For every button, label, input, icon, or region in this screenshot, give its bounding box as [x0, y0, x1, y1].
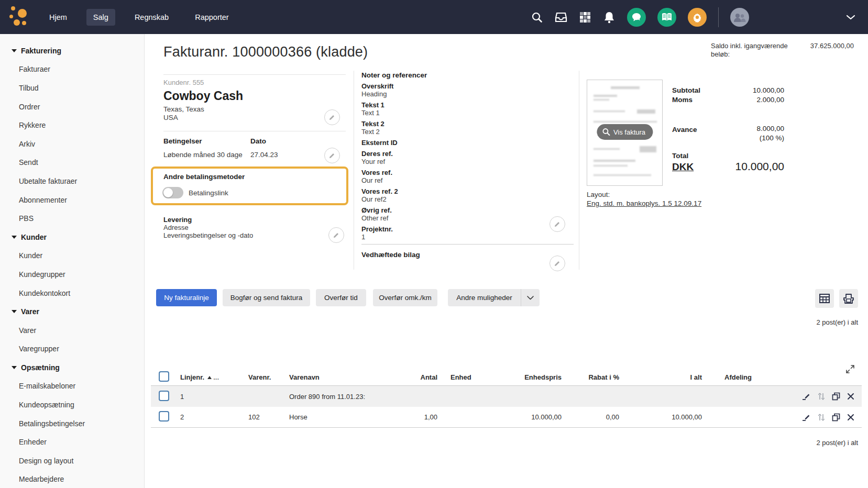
transfer-time-button[interactable]: Overfør tid	[316, 289, 366, 306]
note-field-deres-ref: Deres ref. Your ref	[361, 150, 581, 165]
nav-item-rapporter[interactable]: Rapporter	[188, 9, 235, 26]
note-field-ovrig-ref: Øvrig ref. Other ref	[361, 207, 581, 222]
user-avatar[interactable]	[730, 8, 749, 27]
sidebar-item-ubetalte-fakturaer[interactable]: Ubetalte fakturaer	[0, 172, 144, 191]
moms-value: 2.000,00	[756, 96, 784, 104]
edit-terms-button[interactable]	[324, 148, 340, 163]
sidebar-item-design-og-layout[interactable]: Design og layout	[0, 451, 144, 470]
delete-row-button[interactable]	[847, 393, 854, 400]
edit-row-button[interactable]	[802, 413, 811, 422]
sidebar-item-enheder[interactable]: Enheder	[0, 432, 144, 451]
sidebar-section-kunder[interactable]: Kunder	[0, 228, 144, 247]
column-header-rabat[interactable]: Rabat i %	[562, 373, 619, 381]
column-header-ialt[interactable]: I alt	[619, 373, 702, 381]
cell-linjenr: 1	[180, 393, 248, 401]
betalingslink-toggle[interactable]	[162, 187, 183, 198]
caret-down-icon	[12, 236, 17, 239]
sidebar-item-rykkere[interactable]: Rykkere	[0, 116, 144, 135]
sidebar-item-abonnementer[interactable]: Abonnementer	[0, 191, 144, 209]
sidebar-item-varegrupper[interactable]: Varegrupper	[0, 340, 144, 359]
help-book-icon[interactable]	[657, 8, 676, 27]
sidebar-item-kundeopsaetning[interactable]: Kundeopsætning	[0, 395, 144, 414]
sidebar-item-kunder[interactable]: Kunder	[0, 247, 144, 265]
sidebar-item-emailskabeloner[interactable]: E-mailskabeloner	[0, 377, 144, 396]
sidebar-item-medarbejdere[interactable]: Medarbejdere	[0, 470, 144, 488]
edit-attachments-button[interactable]	[550, 256, 565, 271]
note-field-eksternt-id: Eksternt ID	[361, 139, 581, 147]
print-button[interactable]	[839, 289, 858, 308]
new-invoice-line-button[interactable]: Ny fakturalinje	[156, 289, 217, 306]
sidebar-section-opsaetning[interactable]: Opsætning	[0, 358, 144, 377]
column-header-varenavn[interactable]: Varenavn	[289, 373, 367, 381]
record-count-bottom: 2 post(er) i alt	[817, 439, 858, 447]
column-menu-dots[interactable]: ...	[213, 373, 219, 381]
app-logo-icon[interactable]	[9, 4, 32, 29]
move-row-button[interactable]	[818, 392, 825, 401]
inbox-icon[interactable]	[555, 11, 567, 24]
more-options-button[interactable]: Andre muligheder	[448, 289, 521, 306]
field-label: Deres ref.	[361, 150, 581, 158]
notifications-bell-icon[interactable]	[603, 11, 616, 24]
nav-item-salg[interactable]: Salg	[86, 9, 115, 26]
select-all-checkbox[interactable]	[159, 371, 169, 382]
column-header-linjenr[interactable]: Linjenr....	[180, 373, 248, 381]
sidebar-section-varer[interactable]: Varer	[0, 302, 144, 321]
levering-title: Levering	[163, 216, 192, 224]
table-columns-button[interactable]	[815, 289, 834, 308]
vis-faktura-button[interactable]: Vis faktura	[597, 124, 653, 140]
row-checkbox[interactable]	[159, 391, 169, 401]
column-header-afdeling[interactable]: Afdeling	[702, 373, 770, 381]
column-header-enhed[interactable]: Enhed	[437, 373, 503, 381]
note-field-overskrift: Overskrift Heading	[361, 83, 581, 98]
sidebar-item-pbs[interactable]: PBS	[0, 209, 144, 228]
edit-customer-button[interactable]	[324, 109, 340, 125]
nav-item-hjem[interactable]: Hjem	[42, 9, 74, 26]
sidebar-section-fakturering[interactable]: Fakturering	[0, 41, 144, 60]
sidebar-item-kundekontokort[interactable]: Kundekontokort	[0, 284, 144, 303]
post-and-send-button[interactable]: Bogfør og send faktura	[223, 289, 310, 306]
table-grid-icon	[819, 294, 830, 303]
sidebar-item-tilbud[interactable]: Tilbud	[0, 79, 144, 97]
transfer-cost-button[interactable]: Overfør omk./km	[373, 289, 437, 306]
sidebar-item-arkiv[interactable]: Arkiv	[0, 135, 144, 153]
more-options-dropdown-button[interactable]	[521, 289, 540, 306]
column-label: Linjenr.	[180, 373, 204, 381]
pencil-icon	[328, 114, 336, 121]
sidebar-item-sendt[interactable]: Sendt	[0, 153, 144, 172]
delete-row-button[interactable]	[847, 414, 854, 421]
sidebar-item-ordrer[interactable]: Ordrer	[0, 97, 144, 116]
pencil-icon	[328, 152, 336, 159]
row-checkbox[interactable]	[159, 411, 169, 422]
currency-link[interactable]: DKK	[672, 161, 694, 173]
edit-delivery-button[interactable]	[328, 227, 344, 243]
cell-rabat: 0,00	[562, 413, 619, 421]
edit-notes-button[interactable]	[550, 216, 565, 232]
apps-grid-icon[interactable]	[579, 11, 591, 24]
field-label: Tekst 1	[361, 102, 581, 109]
column-header-antal[interactable]: Antal	[367, 373, 437, 381]
line-items-header-row: Linjenr.... Varenr. Varenavn Antal Enhed…	[151, 369, 862, 386]
column-header-varenr[interactable]: Varenr.	[248, 373, 289, 381]
sidebar-item-kundegrupper[interactable]: Kundegrupper	[0, 265, 144, 284]
duplicate-row-button[interactable]	[832, 413, 840, 422]
sort-asc-icon	[207, 376, 212, 379]
nav-item-regnskab[interactable]: Regnskab	[128, 9, 175, 26]
sidebar-item-varer[interactable]: Varer	[0, 321, 144, 340]
layout-link[interactable]: Eng. std. m. bankoplys. 1.5 12.09.17	[587, 199, 701, 207]
table-row[interactable]: 2 102 Horse 1,00 10.000,00 0,00 10.000,0…	[151, 407, 862, 428]
chat-support-icon[interactable]	[627, 8, 646, 27]
chevron-down-icon[interactable]	[844, 11, 857, 24]
sidebar-item-fakturaer[interactable]: Fakturaer	[0, 60, 144, 79]
edit-row-button[interactable]	[802, 392, 811, 401]
levering-line2: Leveringsbetingelser og -dato	[163, 231, 253, 239]
settings-gear-icon[interactable]	[688, 8, 707, 27]
vis-faktura-label: Vis faktura	[613, 128, 645, 136]
column-header-enhedspris[interactable]: Enhedspris	[503, 373, 562, 381]
search-icon[interactable]	[531, 11, 543, 24]
table-row[interactable]: 1 Order 890 from 11.01.23:	[151, 386, 862, 407]
move-row-button[interactable]	[818, 413, 825, 422]
duplicate-row-button[interactable]	[832, 392, 840, 401]
field-value: 1	[361, 234, 574, 245]
sidebar-item-betalingsbetingelser[interactable]: Betalingsbetingelser	[0, 414, 144, 433]
invoice-preview-thumbnail[interactable]: Vis faktura	[587, 80, 663, 186]
